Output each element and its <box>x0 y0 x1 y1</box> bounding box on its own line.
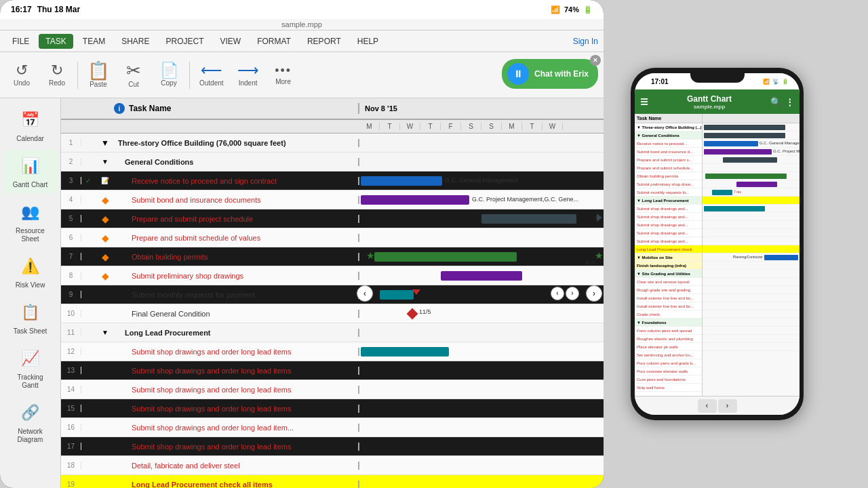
sidebar-item-risk[interactable]: ⚠️ Risk View <box>3 250 58 293</box>
more-button[interactable]: ••• More <box>267 62 300 88</box>
table-row[interactable]: 7 ◆ Obtain building permits ★ ★ G.C. <box>61 247 604 266</box>
iphone-prev-button[interactable]: ‹ <box>698 399 717 413</box>
sidebar-item-tracking[interactable]: 📈 Tracking Gantt <box>3 342 58 394</box>
redo-icon: ↻ <box>51 63 63 78</box>
outdent-button[interactable]: ⟵ Outdent <box>194 60 229 89</box>
outdent-label: Outdent <box>199 79 224 87</box>
iphone-mini-bar <box>704 149 772 155</box>
iphone-search-icon[interactable]: 🔍 <box>770 97 781 107</box>
table-row[interactable]: 9 Submit monthly requests for payment <box>61 285 604 304</box>
menu-file[interactable]: FILE <box>5 34 36 49</box>
sidebar-item-gantt[interactable]: 📊 Gantt Chart <box>3 150 58 193</box>
table-row[interactable]: 13 Submit shop drawings and order long l… <box>61 361 604 380</box>
menu-team[interactable]: TEAM <box>76 34 112 49</box>
task-name: Submit bond and insurance documents <box>115 196 359 204</box>
gantt-bar-area <box>359 152 604 171</box>
sidebar-item-tasksheet[interactable]: 📋 Task Sheet <box>3 296 58 340</box>
table-row[interactable]: 16 Submit shop drawings and order long l… <box>61 418 604 437</box>
tracking-icon: 📈 <box>18 346 43 371</box>
table-row[interactable]: 10 Final General Condition 11/5 <box>61 304 604 323</box>
table-row[interactable]: 8 ◆ Submit preliminary shop drawings <box>61 266 604 285</box>
iphone-mini-bar <box>704 133 785 138</box>
sidebar-item-calendar[interactable]: 📅 Calendar <box>3 104 58 147</box>
gantt-bar-area <box>359 437 604 455</box>
row-number: 9 <box>61 291 81 298</box>
iphone-header-actions: 🔍 ⋮ <box>770 97 794 107</box>
menu-view[interactable]: VIEW <box>214 34 248 49</box>
milestone-date-label: 11/5 <box>419 308 431 315</box>
copy-button[interactable]: 📄 Copy <box>153 60 185 89</box>
redo-button[interactable]: ↻ Redo <box>41 60 73 89</box>
sidebar-item-resource[interactable]: 👥 Resource Sheet <box>3 196 58 247</box>
table-row[interactable]: 14 Submit shop drawings and order long l… <box>61 380 604 399</box>
list-item: Submit bond and insurance d... <box>635 148 702 156</box>
left-sidebar: 📅 Calendar 📊 Gantt Chart 👥 Resource Shee… <box>0 98 61 488</box>
sidebar-risk-label: Risk View <box>16 281 45 289</box>
undo-button[interactable]: ↺ Undo <box>5 60 38 89</box>
sidebar-calendar-label: Calendar <box>16 135 44 143</box>
gantt-bar-area: G.C. General Management <box>359 171 604 190</box>
cut-button[interactable]: ✂ Cut <box>117 59 150 91</box>
table-row[interactable]: 3 ✓ 📝 Receive notice to proceed and sign… <box>61 171 604 190</box>
iphone-menu-icon[interactable]: ☰ <box>640 97 648 107</box>
sidebar-item-network[interactable]: 🔗 Network Diagram <box>3 396 58 448</box>
chat-bubble[interactable]: ✕ ⏸ Chat with Erix <box>502 59 598 89</box>
iphone-next-button[interactable]: › <box>718 399 737 413</box>
table-row[interactable]: 18 Detail, fabricate and deliver steel <box>61 456 604 475</box>
table-row[interactable]: 12 Submit shop drawings and order long l… <box>61 342 604 361</box>
menu-format[interactable]: FORMAT <box>250 34 298 49</box>
main-content-area: 📅 Calendar 📊 Gantt Chart 👥 Resource Shee… <box>0 98 604 488</box>
iphone-more-icon[interactable]: ⋮ <box>785 97 794 107</box>
table-row[interactable]: 4 ◆ Submit bond and insurance documents … <box>61 190 604 209</box>
paste-button[interactable]: 📋 Paste <box>82 59 115 91</box>
menu-project[interactable]: PROJECT <box>159 34 210 49</box>
indent-button[interactable]: ⟶ Indent <box>232 60 264 89</box>
sign-in-button[interactable]: Sign In <box>573 37 598 46</box>
gantt-body: 1 ▼ Three-story Office Building (76,000 … <box>61 134 604 488</box>
side-arrow-right[interactable]: › <box>566 287 579 300</box>
iphone-toolbar: ‹ › <box>635 396 800 415</box>
chat-close-button[interactable]: ✕ <box>590 55 601 66</box>
gantt-bar <box>361 195 469 205</box>
menu-share[interactable]: SHARE <box>115 34 156 49</box>
gantt-bar-area <box>359 134 604 152</box>
table-row[interactable]: 2 ▼ General Conditions <box>61 152 604 171</box>
gantt-scroll-left-button[interactable]: ‹ <box>357 285 373 302</box>
battery-icon: 🔋 <box>583 5 593 14</box>
chart-row <box>703 180 800 188</box>
list-item: Submit shop drawings and... <box>635 221 702 229</box>
row-icon: ◆ <box>95 214 115 224</box>
menu-help[interactable]: HELP <box>351 34 385 49</box>
menu-report[interactable]: REPORT <box>300 34 348 49</box>
day-w1: W <box>400 123 420 130</box>
row-icon: ▼ <box>95 158 115 165</box>
table-row[interactable]: 11 ▼ Long Lead Procurement <box>61 323 604 342</box>
list-item: ▼ Three-story Office Building (...) <box>635 123 702 131</box>
iphone-time: 17:01 <box>651 78 669 85</box>
table-row[interactable]: 15 Submit shop drawings and order long l… <box>61 399 604 418</box>
chart-row <box>703 123 800 131</box>
day-m1: M <box>359 123 380 130</box>
table-row[interactable]: 1 ▼ Three-story Office Building (76,000 … <box>61 134 604 152</box>
more-label: More <box>275 78 291 85</box>
chart-row <box>703 229 800 237</box>
table-row[interactable]: 5 ◆ Prepare and submit project schedule … <box>61 209 604 228</box>
table-row[interactable]: 17 Submit shop drawings and order long l… <box>61 437 604 456</box>
right-section: 17:01 📶 📡 🔋 ☰ Gantt Chart sample.mpp 🔍 ⋮ <box>604 68 868 420</box>
row-number: 10 <box>61 310 81 317</box>
table-row[interactable]: 6 ◆ Prepare and submit schedule of value… <box>61 228 604 247</box>
row-indicator: ✓ <box>81 177 95 184</box>
task-name: Submit monthly requests for payment <box>115 291 359 299</box>
menu-task[interactable]: TASK <box>39 34 73 49</box>
side-arrow-left[interactable]: ‹ <box>551 287 564 300</box>
list-item: Install exterior line line and bo... <box>635 302 702 310</box>
iphone-wifi-icon: 📡 <box>772 79 779 85</box>
row-number: 14 <box>61 386 81 393</box>
gantt-scroll-right-button[interactable]: › <box>586 285 602 302</box>
day-s1: S <box>461 123 481 130</box>
iphone-app-header: ☰ Gantt Chart sample.mpp 🔍 ⋮ <box>635 89 800 114</box>
table-row[interactable]: 19 Long Lead Procurement check all items <box>61 475 604 488</box>
row-number: 17 <box>61 443 81 450</box>
date-display: Thu 18 Mar <box>37 5 80 14</box>
sidebar-resource-label: Resource Sheet <box>9 227 52 243</box>
